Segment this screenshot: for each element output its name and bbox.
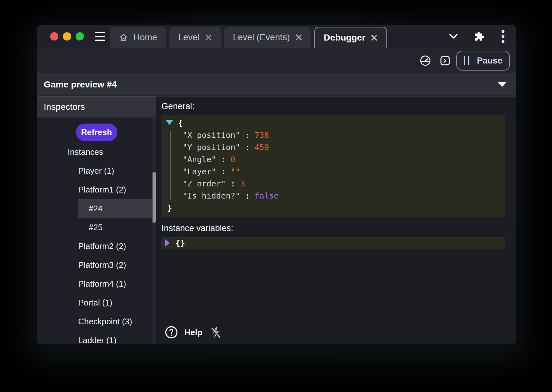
inspectors-header: Inspectors (37, 96, 156, 117)
close-tab-icon[interactable] (295, 34, 302, 41)
json-value: 459 (255, 143, 269, 152)
json-key: Z order (183, 179, 226, 188)
app-window: Home Level Level (Events) Debugger (37, 25, 516, 344)
tree-item-platform1[interactable]: Platform1 (2) (68, 180, 152, 199)
close-brace: } (167, 203, 172, 213)
zoom-window-button[interactable] (76, 32, 84, 41)
refresh-button[interactable]: Refresh (76, 124, 117, 141)
tab-bar: Home Level Level (Events) Debugger (110, 25, 387, 48)
tab-label: Level (178, 32, 200, 42)
tree-item-platform4[interactable]: Platform4 (1) (68, 275, 152, 293)
json-row-z-order: Z order : 3 (183, 178, 501, 190)
inspector-pane: General: { X position : 738 Y position :… (156, 96, 516, 344)
flash-off-icon[interactable] (209, 326, 222, 339)
more-options-kebab-icon[interactable] (500, 29, 506, 44)
sidebar-scrollbar-thumb[interactable] (153, 172, 156, 223)
json-key: Is hidden? (183, 191, 240, 200)
tree-item-instances[interactable]: Instances (57, 143, 152, 162)
tree-item-portal[interactable]: Portal (1) (68, 293, 152, 312)
json-key: Y position (183, 143, 240, 152)
extensions-puzzle-icon[interactable] (474, 31, 484, 41)
chevron-down-icon[interactable] (449, 33, 458, 40)
pause-icon (464, 56, 469, 65)
json-row-x-position: X position : 738 (183, 129, 501, 141)
tree-item-instance-24[interactable]: #24 (78, 199, 152, 218)
home-icon (119, 33, 128, 42)
json-row-layer: Layer : "" (183, 166, 501, 178)
game-preview-selector[interactable]: Game preview #4 (37, 73, 516, 96)
tree-item-platform3[interactable]: Platform3 (2) (68, 256, 152, 275)
json-value: false (255, 191, 279, 200)
json-value: 0 (231, 155, 235, 164)
expand-arrow-icon[interactable] (165, 239, 170, 246)
tab-home[interactable]: Home (110, 27, 166, 48)
debugger-body: Inspectors Refresh Instances Player (1) … (37, 96, 516, 344)
traffic-lights (37, 25, 84, 48)
json-row-is-hidden: Is hidden? : false (183, 190, 501, 202)
json-row-angle: Angle : 0 (183, 154, 501, 166)
json-value: 3 (240, 179, 245, 188)
json-row-y-position: Y position : 459 (183, 141, 501, 154)
help-button[interactable]: Help (165, 326, 202, 339)
minimize-window-button[interactable] (63, 32, 71, 41)
json-rows: X position : 738 Y position : 459 Angle … (165, 129, 501, 202)
tree-item-platform2[interactable]: Platform2 (2) (68, 237, 152, 256)
open-brace: { (178, 117, 183, 129)
variables-collapsed-braces: {} (175, 238, 185, 248)
pause-button-label: Pause (477, 56, 503, 66)
titlebar-actions (449, 25, 516, 48)
tree-item-ladder[interactable]: Ladder (1) (68, 331, 152, 344)
instance-variables-heading: Instance variables: (161, 223, 505, 233)
tab-level-events[interactable]: Level (Events) (224, 27, 311, 48)
tree-item-instance-25[interactable]: #25 (78, 218, 152, 237)
main-menu-icon[interactable] (95, 25, 105, 48)
json-key: Angle (183, 155, 216, 164)
pause-button[interactable]: Pause (456, 51, 510, 71)
tab-label: Home (133, 32, 157, 42)
sidebar-scrollbar-track (152, 117, 156, 344)
tree-item-player[interactable]: Player (1) (68, 162, 152, 180)
inspectors-sidebar: Inspectors Refresh Instances Player (1) … (37, 96, 156, 344)
help-row: Help (161, 326, 505, 344)
game-preview-label: Game preview #4 (44, 79, 117, 90)
general-heading: General: (161, 102, 505, 111)
json-value: 738 (255, 131, 269, 140)
tab-label: Debugger (324, 33, 366, 43)
close-tab-icon[interactable] (370, 34, 377, 41)
question-circle-icon (165, 326, 178, 339)
tab-label: Level (Events) (233, 32, 290, 42)
tab-debugger[interactable]: Debugger (314, 27, 387, 48)
instance-variables-json-view: {} (161, 237, 505, 249)
dropdown-caret-icon (498, 82, 506, 87)
console-icon[interactable] (440, 55, 451, 66)
tree-item-checkpoint[interactable]: Checkpoint (3) (68, 312, 152, 331)
close-tab-icon[interactable] (205, 34, 212, 41)
profiler-gauge-icon[interactable] (419, 55, 431, 67)
collapse-arrow-icon[interactable] (165, 120, 174, 125)
tab-level[interactable]: Level (169, 27, 221, 48)
debugger-toolbar: Pause (37, 48, 516, 73)
json-key: X position (183, 131, 240, 140)
json-value: "" (231, 167, 240, 176)
help-label: Help (184, 328, 202, 337)
general-json-view: { X position : 738 Y position : 459 Angl… (161, 115, 505, 217)
instances-tree: Instances Player (1) Platform1 (2) #24 #… (37, 143, 156, 344)
screenshot-canvas: Home Level Level (Events) Debugger (0, 0, 552, 392)
close-window-button[interactable] (50, 32, 58, 41)
json-key: Layer (183, 167, 216, 176)
titlebar: Home Level Level (Events) Debugger (37, 25, 516, 48)
